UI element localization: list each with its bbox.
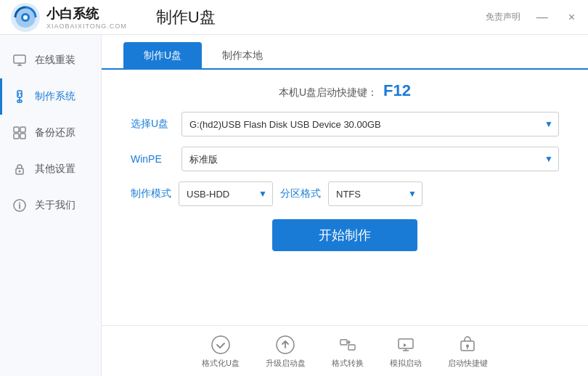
sidebar-item-make-system[interactable]: 制作系统 xyxy=(0,78,101,115)
shortcut-hint: 本机U盘启动快捷键： F12 xyxy=(131,81,559,100)
svg-point-3 xyxy=(23,15,28,20)
sidebar-label-backup-restore: 备份还原 xyxy=(35,126,75,139)
bottom-icon-upgrade-boot[interactable]: 升级启动盘 xyxy=(266,335,306,369)
svg-rect-17 xyxy=(20,134,25,139)
bottom-icon-format-usb[interactable]: 格式化U盘 xyxy=(202,335,240,369)
grid-icon xyxy=(12,125,28,141)
start-button[interactable]: 开始制作 xyxy=(272,219,417,251)
usb-select-wrapper: G:(hd2)USB Flash Disk USB Device 30.00GB… xyxy=(181,112,559,136)
svg-rect-14 xyxy=(14,127,19,132)
svg-point-22 xyxy=(19,203,20,204)
svg-point-10 xyxy=(18,93,20,94)
usb-select[interactable]: G:(hd2)USB Flash Disk USB Device 30.00GB xyxy=(181,112,559,136)
svg-rect-16 xyxy=(14,134,19,139)
titlebar-left: 小白系统 XIAOBAIXITONG.COM 制作U盘 xyxy=(0,2,216,33)
svg-point-23 xyxy=(212,336,229,353)
mode-select[interactable]: USB-HDD xyxy=(179,181,273,206)
svg-rect-26 xyxy=(340,340,347,345)
svg-rect-28 xyxy=(399,339,413,348)
svg-rect-7 xyxy=(17,91,22,97)
partition-select-wrapper: NTFS ▼ xyxy=(328,181,422,206)
disclaimer-link[interactable]: 免责声明 xyxy=(486,11,520,23)
upgrade-boot-icon xyxy=(275,335,295,355)
svg-rect-27 xyxy=(348,345,355,350)
bottom-label-format-convert: 格式转换 xyxy=(332,358,364,369)
main-layout: 在线重装 制作系统 xyxy=(0,35,588,376)
titlebar-right: 免责声明 — × xyxy=(486,10,579,25)
svg-point-11 xyxy=(20,93,22,94)
usb-row: 选择U盘 G:(hd2)USB Flash Disk USB Device 30… xyxy=(131,112,559,136)
bottom-icon-boot-shortcut[interactable]: 启动快捷键 xyxy=(448,335,488,369)
info-icon xyxy=(12,197,28,213)
mode-select-wrapper: USB-HDD ▼ xyxy=(179,181,273,206)
logo-icon xyxy=(10,2,41,33)
usb-label: 选择U盘 xyxy=(131,118,181,131)
shortcut-prefix: 本机U盘启动快捷键： xyxy=(279,86,377,98)
sidebar-item-backup-restore[interactable]: 备份还原 xyxy=(0,115,101,151)
tab-make-local[interactable]: 制作本地 xyxy=(202,42,283,70)
logo-area: 小白系统 XIAOBAIXITONG.COM xyxy=(0,2,127,33)
titlebar: 小白系统 XIAOBAIXITONG.COM 制作U盘 免责声明 — × xyxy=(0,0,588,35)
sidebar-item-online-reinstall[interactable]: 在线重装 xyxy=(0,42,101,78)
logo-title: 小白系统 xyxy=(46,5,127,23)
monitor-icon xyxy=(12,52,28,68)
form-area: 本机U盘启动快捷键： F12 选择U盘 G:(hd2)USB Flash Dis… xyxy=(102,70,588,325)
sidebar-item-other-settings[interactable]: 其他设置 xyxy=(0,151,101,187)
content-area: 制作U盘 制作本地 本机U盘启动快捷键： F12 选择U盘 G:(hd2)USB… xyxy=(102,35,588,376)
svg-rect-15 xyxy=(20,127,25,132)
bottom-icon-virtual-boot[interactable]: 模拟启动 xyxy=(390,335,422,369)
tab-bar: 制作U盘 制作本地 xyxy=(102,41,588,70)
bottom-label-upgrade-boot: 升级启动盘 xyxy=(266,358,306,369)
bottom-label-virtual-boot: 模拟启动 xyxy=(390,358,422,369)
minimize-button[interactable]: — xyxy=(532,10,552,25)
mode-partition-row: 制作模式 USB-HDD ▼ 分区格式 NTFS ▼ xyxy=(131,181,559,206)
bottom-label-boot-shortcut: 启动快捷键 xyxy=(448,358,488,369)
boot-shortcut-icon xyxy=(457,335,478,355)
sidebar-item-about-us[interactable]: 关于我们 xyxy=(0,187,101,224)
mode-label: 制作模式 xyxy=(131,187,171,200)
winpe-select-wrapper: 标准版 ▼ xyxy=(181,147,559,171)
bottom-icon-format-convert[interactable]: 格式转换 xyxy=(332,335,364,369)
tab-make-usb[interactable]: 制作U盘 xyxy=(123,42,202,70)
page-title: 制作U盘 xyxy=(156,7,216,28)
shortcut-key: F12 xyxy=(383,81,411,99)
virtual-boot-icon xyxy=(396,335,416,355)
bottom-icons-bar: 格式化U盘 升级启动盘 格式转换 xyxy=(102,325,588,376)
sidebar: 在线重装 制作系统 xyxy=(0,35,102,376)
bottom-label-format-usb: 格式化U盘 xyxy=(202,358,240,369)
winpe-label: WinPE xyxy=(131,153,181,165)
sidebar-label-other-settings: 其他设置 xyxy=(35,163,75,176)
format-usb-icon xyxy=(211,335,231,355)
svg-rect-4 xyxy=(14,55,25,63)
close-button[interactable]: × xyxy=(564,10,579,25)
usb-icon xyxy=(12,89,28,105)
logo-subtitle: XIAOBAIXITONG.COM xyxy=(46,23,127,30)
winpe-select[interactable]: 标准版 xyxy=(181,147,559,171)
sidebar-label-make-system: 制作系统 xyxy=(35,90,75,103)
svg-point-19 xyxy=(19,171,21,173)
lock-icon xyxy=(12,161,28,177)
logo-text-area: 小白系统 XIAOBAIXITONG.COM xyxy=(46,5,127,30)
partition-label: 分区格式 xyxy=(280,187,321,200)
sidebar-label-about-us: 关于我们 xyxy=(35,199,75,212)
sidebar-label-online-reinstall: 在线重装 xyxy=(35,54,75,67)
winpe-row: WinPE 标准版 ▼ xyxy=(131,147,559,171)
format-convert-icon xyxy=(338,335,358,355)
partition-select[interactable]: NTFS xyxy=(328,181,422,206)
